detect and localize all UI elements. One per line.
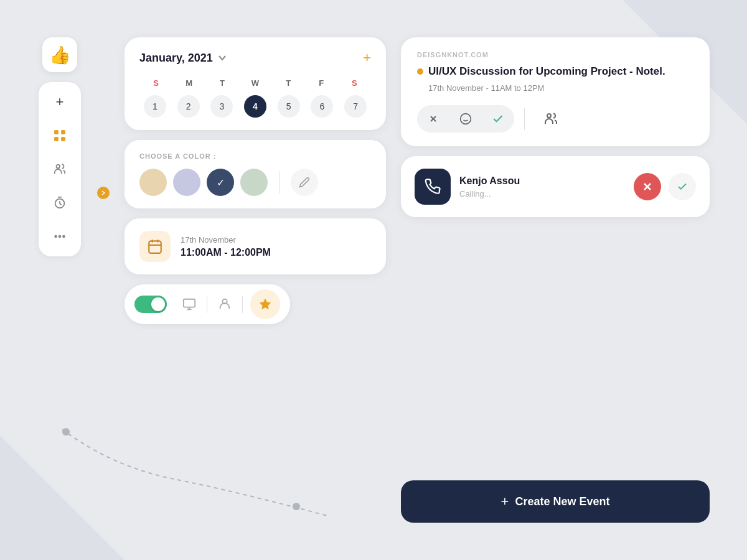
decline-icon xyxy=(642,181,653,192)
event-action-pill xyxy=(417,105,514,133)
color-option-lavender[interactable] xyxy=(173,169,200,196)
chevron-right-icon xyxy=(100,190,106,196)
person-icon xyxy=(218,297,232,311)
calendar-header: January, 2021 + xyxy=(139,50,371,66)
day-label-mon: M xyxy=(172,76,205,90)
color-option-sage[interactable] xyxy=(240,169,268,196)
spacer xyxy=(401,227,710,470)
sidebar-icon-more[interactable] xyxy=(49,225,71,248)
monitor-button[interactable] xyxy=(177,292,202,317)
accept-icon xyxy=(677,181,688,192)
svg-point-8 xyxy=(63,236,65,238)
time-range-text: 11:00AM - 12:00PM xyxy=(181,247,271,258)
more-icon xyxy=(53,230,67,243)
svg-rect-9 xyxy=(149,241,161,253)
call-actions xyxy=(634,173,696,200)
cal-date-5[interactable]: 5 xyxy=(278,95,300,118)
svg-point-23 xyxy=(547,114,551,118)
sidebar-icon-users[interactable] xyxy=(49,158,71,180)
chevron-down-icon xyxy=(218,54,227,62)
team-icon xyxy=(543,111,558,126)
event-check-button[interactable] xyxy=(482,105,514,133)
event-source: DEISGNKNOT.COM xyxy=(417,51,693,58)
create-event-plus: + xyxy=(501,493,509,510)
call-info: Kenjo Assou Calling... xyxy=(459,175,625,198)
svg-point-4 xyxy=(57,165,60,169)
call-avatar xyxy=(415,169,451,205)
sidebar-icon-timer[interactable] xyxy=(49,192,71,214)
sidebar-logo: 👍 xyxy=(42,37,77,72)
call-status: Calling... xyxy=(459,189,625,198)
day-label-tue: T xyxy=(205,76,238,90)
pencil-icon xyxy=(299,177,310,188)
cal-date-7[interactable]: 7 xyxy=(344,95,367,118)
svg-point-6 xyxy=(55,236,57,238)
time-card: 17th November 11:00AM - 12:00PM xyxy=(125,218,386,274)
calendar-days-header: S M T W T F S xyxy=(139,76,371,90)
cal-date-1[interactable]: 1 xyxy=(144,95,166,118)
svg-rect-0 xyxy=(54,130,59,134)
event-team-button[interactable] xyxy=(535,105,567,133)
day-label-thu: T xyxy=(272,76,305,90)
svg-rect-13 xyxy=(184,299,195,307)
event-smile-button[interactable] xyxy=(449,105,482,133)
svg-marker-17 xyxy=(260,299,271,309)
star-button[interactable] xyxy=(250,289,280,319)
calendar-month-year[interactable]: January, 2021 xyxy=(139,52,227,65)
event-close-button[interactable] xyxy=(417,105,449,133)
controls-divider-1 xyxy=(207,296,207,313)
sidebar-icon-layout[interactable] xyxy=(49,124,71,147)
event-time: 17th November - 11AM to 12PM xyxy=(428,83,693,93)
time-icon-box xyxy=(139,231,171,262)
month-year-text: January, 2021 xyxy=(139,52,213,65)
color-options: ✓ xyxy=(139,169,371,196)
sidebar-icon-add[interactable]: + xyxy=(49,91,71,113)
layout-icon xyxy=(53,129,67,142)
bottom-controls xyxy=(125,284,290,324)
call-accept-button[interactable] xyxy=(669,173,696,200)
cal-date-4[interactable]: 4 xyxy=(244,95,266,118)
color-option-navy[interactable]: ✓ xyxy=(207,169,234,196)
calendar-add-button[interactable]: + xyxy=(363,50,371,66)
cal-date-6[interactable]: 6 xyxy=(311,95,333,118)
create-event-label: Create New Event xyxy=(515,495,609,508)
check-icon xyxy=(492,113,504,125)
caller-name: Kenjo Assou xyxy=(459,175,625,187)
sidebar-collapse-button[interactable] xyxy=(97,187,110,199)
phone-icon xyxy=(425,179,441,195)
event-title-row: UI/UX Discussion for Upcoming Project - … xyxy=(417,65,693,78)
controls-divider-2 xyxy=(242,296,243,313)
color-picker-card: CHOOSE A COLOR : ✓ xyxy=(125,140,386,208)
monitor-icon xyxy=(182,297,196,311)
svg-point-20 xyxy=(461,114,471,124)
create-event-button[interactable]: + Create New Event xyxy=(401,480,710,523)
person-button[interactable] xyxy=(212,292,237,317)
calendar-card: January, 2021 + S M T W T F S 1 2 3 xyxy=(125,37,386,130)
sidebar-nav: + xyxy=(39,82,81,256)
sidebar: 👍 + xyxy=(37,37,82,523)
event-dot xyxy=(417,68,423,75)
cal-date-3[interactable]: 3 xyxy=(210,95,233,118)
svg-point-7 xyxy=(59,236,61,238)
event-title: UI/UX Discussion for Upcoming Project - … xyxy=(428,65,665,78)
toggle-switch[interactable] xyxy=(134,296,167,313)
smile-icon xyxy=(459,113,472,125)
color-divider xyxy=(279,171,280,194)
color-picker-label: CHOOSE A COLOR : xyxy=(139,152,371,160)
day-label-wed: W xyxy=(238,76,271,90)
color-option-beige[interactable] xyxy=(139,169,167,196)
calendar-grid: 1 2 3 4 5 6 7 xyxy=(139,95,371,118)
call-decline-button[interactable] xyxy=(634,173,661,200)
calendar-icon xyxy=(147,238,163,254)
event-actions-divider xyxy=(524,108,525,130)
timer-icon xyxy=(53,196,67,210)
time-info: 17th November 11:00AM - 12:00PM xyxy=(181,235,271,258)
cal-date-2[interactable]: 2 xyxy=(177,95,200,118)
color-selected-check: ✓ xyxy=(217,177,225,189)
event-actions xyxy=(417,105,693,133)
svg-rect-1 xyxy=(61,130,65,134)
svg-rect-3 xyxy=(61,137,65,141)
call-card: Kenjo Assou Calling... xyxy=(401,156,710,217)
right-panel: DEISGNKNOT.COM UI/UX Discussion for Upco… xyxy=(401,37,710,523)
color-custom-button[interactable] xyxy=(291,169,318,196)
